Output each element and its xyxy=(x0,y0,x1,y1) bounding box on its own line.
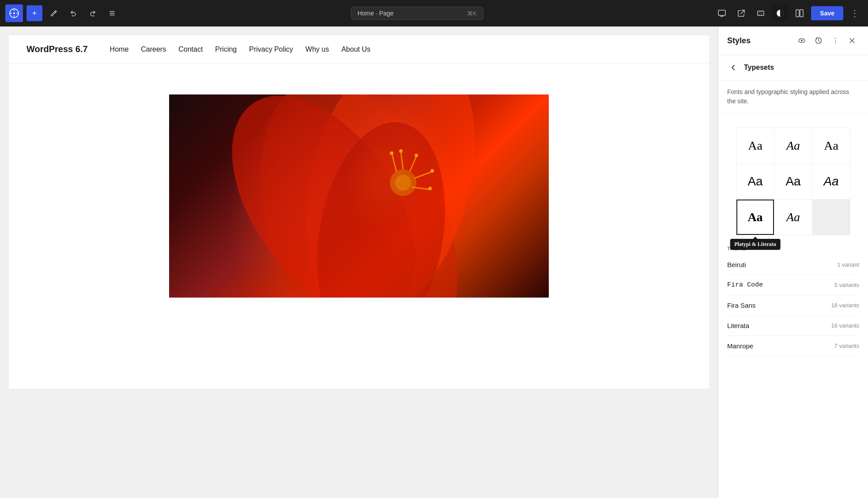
typeset-cell-platypi[interactable]: Aa Platypi & Literata xyxy=(736,200,774,235)
nav-link-pricing[interactable]: Pricing xyxy=(215,45,237,53)
add-button[interactable]: + xyxy=(26,5,42,21)
panel-header-icons: ⋮ xyxy=(795,34,859,48)
svg-point-20 xyxy=(430,169,434,173)
more-options-button[interactable]: ⋮ xyxy=(847,5,863,21)
svg-point-24 xyxy=(801,40,803,42)
nav-link-contact[interactable]: Contact xyxy=(178,45,203,53)
font-list-item-manrope[interactable]: Manrope 7 variants xyxy=(727,336,859,356)
page-content: WordPress 6.7 Home Careers Contact Prici… xyxy=(9,35,709,389)
styles-history-button[interactable] xyxy=(811,34,826,48)
redo-button[interactable] xyxy=(85,5,101,21)
right-panel: Styles ⋮ Typesets Fonts and typ xyxy=(718,26,868,498)
nav-item-aboutus[interactable]: About Us xyxy=(341,45,370,53)
theme-label: THEME xyxy=(727,244,859,251)
nav-item-contact[interactable]: Contact xyxy=(178,45,203,53)
theme-section: THEME Beiruti 1 variant Fira Code 5 vari… xyxy=(718,244,868,356)
nav-item-home[interactable]: Home xyxy=(110,45,129,53)
font-grid-container: Aa Aa Aa Aa Aa Aa Aa Platypi & Literata … xyxy=(718,113,868,244)
styles-eye-button[interactable] xyxy=(795,34,809,48)
main-layout: WordPress 6.7 Home Careers Contact Prici… xyxy=(0,26,868,498)
svg-rect-3 xyxy=(758,11,764,15)
list-view-button[interactable] xyxy=(104,5,120,21)
contrast-button[interactable] xyxy=(772,5,788,21)
site-logo: WordPress 6.7 xyxy=(26,44,88,54)
typeset-cell-1[interactable]: Aa xyxy=(736,128,774,163)
font-name-manrope: Manrope xyxy=(727,342,753,350)
svg-point-1 xyxy=(13,12,15,14)
external-view-button[interactable] xyxy=(733,5,749,21)
nav-item-whyus[interactable]: Why us xyxy=(306,45,329,53)
typesets-back-button[interactable] xyxy=(727,61,740,74)
typesets-description: Fonts and typographic styling applied ac… xyxy=(718,80,868,113)
nav-link-careers[interactable]: Careers xyxy=(141,45,166,53)
panels-button[interactable] xyxy=(792,5,808,21)
svg-point-12 xyxy=(395,175,411,191)
resize-button[interactable] xyxy=(753,5,769,21)
typesets-title: Typesets xyxy=(744,64,774,72)
font-list: Beiruti 1 variant Fira Code 5 variants F… xyxy=(727,255,859,356)
svg-point-19 xyxy=(415,154,418,157)
font-name-literata: Literata xyxy=(727,322,749,329)
typeset-cell-3[interactable]: Aa xyxy=(812,128,850,163)
page-canvas: WordPress 6.7 Home Careers Contact Prici… xyxy=(0,26,718,498)
svg-point-18 xyxy=(399,149,403,153)
toolbar-center: Home · Page ⌘K xyxy=(124,7,710,20)
font-variants-beiruti: 1 variant xyxy=(837,261,859,268)
search-text: Home · Page xyxy=(358,10,394,17)
page-search[interactable]: Home · Page ⌘K xyxy=(351,7,483,20)
font-list-item-beiruti[interactable]: Beiruti 1 variant xyxy=(727,255,859,275)
undo-button[interactable] xyxy=(65,5,81,21)
styles-more-button[interactable]: ⋮ xyxy=(828,34,842,48)
svg-rect-2 xyxy=(718,10,725,15)
font-variants-firacode: 5 variants xyxy=(834,282,859,288)
page-nav: WordPress 6.7 Home Careers Contact Prici… xyxy=(9,35,709,64)
font-name-beiruti: Beiruti xyxy=(727,261,746,268)
font-name-firasans: Fira Sans xyxy=(727,302,755,309)
nav-link-aboutus[interactable]: About Us xyxy=(341,45,370,53)
typeset-cell-5[interactable]: Aa xyxy=(774,164,812,199)
font-list-item-firasans[interactable]: Fira Sans 18 variants xyxy=(727,295,859,316)
svg-point-22 xyxy=(390,151,393,155)
typeset-cell-2[interactable]: Aa xyxy=(774,128,812,163)
font-variants-manrope: 7 variants xyxy=(834,343,859,349)
save-button[interactable]: Save xyxy=(811,6,843,20)
nav-link-whyus[interactable]: Why us xyxy=(306,45,329,53)
desktop-view-button[interactable] xyxy=(714,5,730,21)
nav-item-pricing[interactable]: Pricing xyxy=(215,45,237,53)
typeset-cell-literata[interactable]: Aa xyxy=(774,200,812,235)
nav-item-privacy[interactable]: Privacy Policy xyxy=(249,45,293,53)
nav-link-home[interactable]: Home xyxy=(110,45,129,53)
font-typeset-grid: Aa Aa Aa Aa Aa Aa Aa Platypi & Literata … xyxy=(736,128,850,235)
panel-header: Styles ⋮ xyxy=(718,26,868,55)
font-variants-literata: 16 variants xyxy=(831,322,859,329)
toolbar: + Home · Page ⌘K Save ⋮ xyxy=(0,0,868,26)
nav-link-privacy[interactable]: Privacy Policy xyxy=(249,45,293,53)
font-variants-firasans: 18 variants xyxy=(831,302,859,309)
svg-rect-5 xyxy=(796,10,799,17)
typeset-cell-4[interactable]: Aa xyxy=(736,164,774,199)
nav-links: Home Careers Contact Pricing Privacy Pol… xyxy=(110,45,370,53)
search-shortcut: ⌘K xyxy=(467,10,477,17)
svg-rect-6 xyxy=(800,10,803,17)
toolbar-right: Save ⋮ xyxy=(714,5,863,21)
svg-point-21 xyxy=(428,187,432,190)
font-list-item-firacode[interactable]: Fira Code 5 variants xyxy=(727,275,859,295)
wp-logo-icon[interactable] xyxy=(5,4,23,22)
hero-image xyxy=(169,94,549,298)
styles-close-button[interactable] xyxy=(845,34,859,48)
typeset-cell-6[interactable]: Aa xyxy=(812,164,850,199)
panel-title: Styles xyxy=(727,36,751,45)
font-name-firacode: Fira Code xyxy=(727,281,763,289)
typesets-header: Typesets xyxy=(718,55,868,80)
nav-item-careers[interactable]: Careers xyxy=(141,45,166,53)
edit-button[interactable] xyxy=(46,5,62,21)
font-list-item-literata[interactable]: Literata 16 variants xyxy=(727,316,859,336)
